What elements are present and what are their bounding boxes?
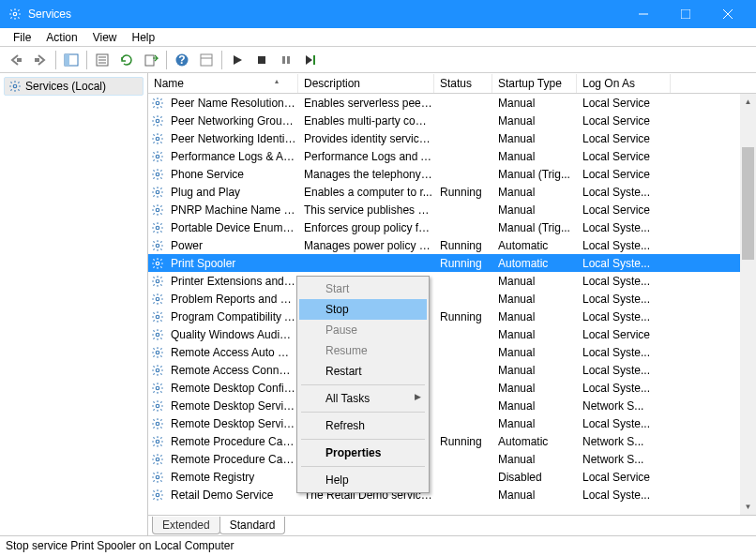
service-name: Problem Reports and Soluti...: [167, 293, 300, 306]
start-service-button[interactable]: [226, 49, 249, 71]
scroll-up-icon[interactable]: ▲: [740, 94, 756, 110]
svg-point-30: [156, 226, 159, 230]
vertical-scrollbar[interactable]: ▲ ▼: [740, 94, 756, 515]
tabs: Extended Standard: [148, 515, 756, 535]
svg-rect-21: [313, 55, 315, 65]
service-startup: Manual: [494, 328, 579, 341]
help-button[interactable]: ?: [171, 49, 193, 71]
service-row[interactable]: Peer Name Resolution Prot...Enables serv…: [148, 94, 756, 112]
menu-view[interactable]: View: [85, 29, 125, 46]
svg-point-24: [156, 119, 159, 123]
service-icon: [150, 309, 165, 324]
export-button[interactable]: [140, 49, 162, 71]
tab-extended[interactable]: Extended: [152, 517, 220, 534]
scroll-thumb[interactable]: [742, 147, 754, 260]
service-logon: Local Syste...: [579, 186, 673, 199]
service-status: Running: [436, 239, 494, 252]
col-status[interactable]: Status: [434, 74, 492, 93]
svg-point-23: [156, 101, 159, 105]
menu-item-properties[interactable]: Properties: [299, 443, 427, 463]
menu-item-refresh[interactable]: Refresh: [299, 415, 427, 436]
service-status: Running: [436, 186, 494, 199]
service-row[interactable]: Quality Windows Audio Vid...ManualLocal …: [148, 325, 756, 343]
menu-item-restart[interactable]: Restart: [299, 361, 427, 382]
service-icon: [150, 167, 165, 182]
service-row[interactable]: Performance Logs & AlertsPerformance Log…: [148, 147, 756, 165]
service-logon: Local Syste...: [579, 257, 673, 270]
svg-point-33: [156, 279, 159, 283]
service-row[interactable]: Remote Access Auto Conne...ManualLocal S…: [148, 343, 756, 361]
menu-item-stop[interactable]: Stop: [299, 299, 427, 320]
service-name: Retail Demo Service: [167, 488, 300, 502]
service-row[interactable]: Remote Desktop ServicesManualNetwork S..…: [148, 397, 756, 414]
service-row[interactable]: Peer Networking Identity M...Provides id…: [148, 129, 756, 147]
service-icon: [150, 292, 165, 307]
service-icon: [150, 256, 165, 271]
service-name: Printer Extensions and Notif...: [167, 275, 300, 288]
svg-rect-5: [17, 58, 22, 62]
svg-point-44: [156, 475, 159, 479]
menu-separator: [301, 384, 425, 385]
service-description: This service publishes a ...: [300, 203, 436, 217]
service-logon: Local Syste...: [579, 221, 673, 234]
service-row[interactable]: Portable Device Enumerator...Enforces gr…: [148, 218, 756, 236]
show-hide-button[interactable]: [60, 49, 83, 71]
service-row[interactable]: Remote Procedure Call (RPC)RunningAutoma…: [148, 432, 756, 450]
menu-action[interactable]: Action: [38, 29, 84, 46]
service-row[interactable]: Print SpoolerRunningAutomaticLocal Syste…: [148, 254, 756, 272]
svg-rect-19: [282, 56, 285, 64]
service-startup: Manual: [494, 186, 579, 199]
restart-service-button[interactable]: [299, 49, 322, 71]
pause-service-button[interactable]: [275, 49, 297, 71]
service-row[interactable]: PowerManages power policy a...RunningAut…: [148, 236, 756, 254]
service-icon: [150, 363, 165, 378]
svg-point-38: [156, 368, 159, 372]
service-row[interactable]: Remote RegistryDisabledLocal Service: [148, 468, 756, 486]
back-button[interactable]: [5, 49, 27, 71]
scroll-down-icon[interactable]: ▼: [740, 499, 756, 515]
service-startup: Automatic: [494, 435, 579, 448]
forward-button[interactable]: [29, 49, 52, 71]
service-row[interactable]: Peer Networking GroupingEnables multi-pa…: [148, 112, 756, 129]
service-startup: Disabled: [494, 471, 579, 484]
service-row[interactable]: Remote Access Connection...ManualLocal S…: [148, 361, 756, 379]
service-icon: [150, 452, 165, 467]
service-icon: [150, 96, 165, 111]
service-row[interactable]: Printer Extensions and Notif...ManualLoc…: [148, 272, 756, 290]
maximize-button[interactable]: [664, 0, 706, 28]
service-row[interactable]: Remote Desktop Services U...ManualLocal …: [148, 414, 756, 432]
menu-item-help[interactable]: Help: [299, 470, 427, 490]
service-logon: Local Syste...: [579, 293, 673, 306]
service-row[interactable]: PNRP Machine Name Publi...This service p…: [148, 201, 756, 218]
service-icon: [150, 416, 165, 431]
service-name: Plug and Play: [167, 186, 300, 199]
close-button[interactable]: [706, 0, 748, 28]
col-startup[interactable]: Startup Type: [492, 74, 577, 93]
properties-button[interactable]: [91, 49, 113, 71]
service-row[interactable]: Remote Desktop Configurat...ManualLocal …: [148, 379, 756, 397]
service-startup: Manual: [494, 150, 579, 163]
service-name: Power: [167, 239, 300, 252]
stop-service-button[interactable]: [250, 49, 273, 71]
tree-node-label: Services (Local): [25, 80, 106, 93]
service-name: Remote Procedure Call (RP...: [167, 453, 300, 466]
service-row[interactable]: Retail Demo ServiceThe Retail Demo servi…: [148, 486, 756, 503]
help2-button[interactable]: [195, 49, 218, 71]
menu-item-all-tasks[interactable]: All Tasks▶: [299, 388, 427, 409]
menu-help[interactable]: Help: [125, 29, 163, 46]
service-row[interactable]: Phone ServiceManages the telephony ...Ma…: [148, 165, 756, 183]
service-row[interactable]: Plug and PlayEnables a computer to r...R…: [148, 183, 756, 201]
col-logon[interactable]: Log On As: [577, 74, 671, 93]
svg-point-41: [156, 422, 159, 426]
tab-standard[interactable]: Standard: [219, 517, 286, 534]
svg-rect-18: [258, 56, 265, 64]
service-row[interactable]: Program Compatibility Assi...RunningManu…: [148, 308, 756, 325]
refresh-button[interactable]: [115, 49, 138, 71]
service-row[interactable]: Remote Procedure Call (RP...ManualNetwor…: [148, 450, 756, 468]
service-row[interactable]: Problem Reports and Soluti...ManualLocal…: [148, 290, 756, 308]
col-description[interactable]: Description: [298, 74, 434, 93]
minimize-button[interactable]: [622, 0, 664, 28]
menu-file[interactable]: File: [6, 29, 38, 46]
tree-node-services-local[interactable]: Services (Local): [4, 77, 144, 96]
col-name[interactable]: Name: [148, 74, 298, 93]
